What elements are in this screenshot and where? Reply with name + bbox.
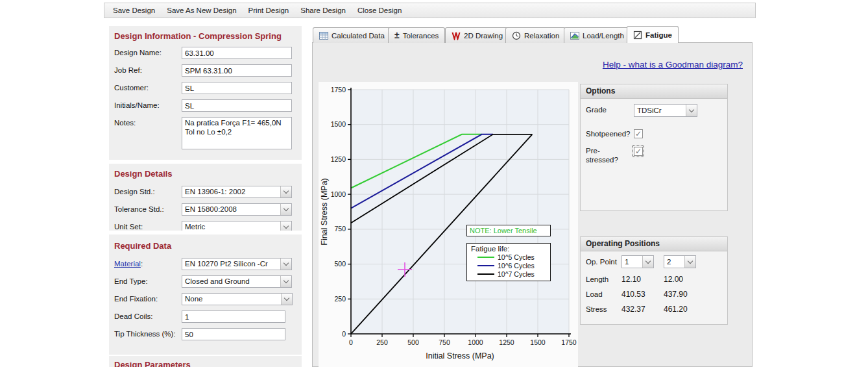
chevron-down-icon[interactable] bbox=[280, 276, 291, 287]
svg-text:750: 750 bbox=[334, 225, 346, 233]
goodman-help-link[interactable]: Help - what is a Goodman diagram? bbox=[603, 60, 743, 70]
plus-minus-icon: ± bbox=[394, 31, 400, 40]
legend-label: 10^5 Cycles bbox=[498, 253, 535, 261]
tab-label: Relaxation bbox=[524, 32, 559, 40]
svg-text:1500: 1500 bbox=[530, 338, 546, 346]
legend-label: 10^7 Cycles bbox=[498, 270, 535, 278]
goodman-diagram-icon bbox=[633, 31, 642, 40]
chevron-down-icon[interactable] bbox=[280, 186, 291, 197]
stress-value-1: 432.37 bbox=[621, 305, 645, 314]
op-point-1-value: 1 bbox=[622, 256, 642, 268]
unit-set-value: Metric bbox=[182, 221, 280, 231]
chevron-down-icon[interactable] bbox=[642, 256, 653, 268]
notes-label: Notes: bbox=[114, 117, 182, 127]
design-name-field[interactable] bbox=[182, 47, 292, 59]
legend-entry: 10^5 Cycles bbox=[471, 253, 548, 261]
chevron-down-icon[interactable] bbox=[281, 294, 292, 305]
chevron-down-icon[interactable] bbox=[280, 221, 291, 231]
dead-coils-field[interactable] bbox=[182, 310, 285, 323]
end-type-label: End Type: bbox=[114, 275, 182, 285]
initials-name-label: Initials/Name: bbox=[114, 99, 182, 109]
stress-value-2: 461.20 bbox=[664, 305, 688, 314]
svg-text:500: 500 bbox=[407, 338, 419, 346]
customer-label: Customer: bbox=[114, 82, 182, 92]
op-point-1-select[interactable]: 1 bbox=[621, 255, 654, 268]
legend-line-swatch bbox=[477, 265, 494, 266]
svg-text:1750: 1750 bbox=[561, 338, 577, 346]
shotpeened-label: Shotpeened? bbox=[586, 130, 630, 138]
options-panel: Options Grade TDSiCr Shotpeened? ✓ Pre-s… bbox=[580, 84, 728, 211]
op-point-label: Op. Point bbox=[586, 258, 617, 266]
op-point-2-value: 2 bbox=[664, 256, 684, 268]
grade-label: Grade bbox=[586, 106, 607, 114]
save-design-button[interactable]: Save Design bbox=[107, 3, 161, 18]
tab-fatigue[interactable]: Fatigue bbox=[627, 26, 679, 43]
tab-calculated-data[interactable]: Calculated Data bbox=[313, 27, 391, 43]
chevron-down-icon[interactable] bbox=[280, 259, 291, 270]
initials-name-field[interactable] bbox=[182, 99, 292, 112]
svg-text:1750: 1750 bbox=[331, 86, 346, 94]
length-value-1: 12.10 bbox=[621, 275, 641, 284]
design-std-select[interactable]: EN 13906-1: 2002 bbox=[182, 186, 292, 198]
design-std-value: EN 13906-1: 2002 bbox=[182, 186, 280, 197]
fatigue-tab-panel: Help - what is a Goodman diagram? 025050… bbox=[312, 42, 753, 367]
legend-label: 10^6 Cycles bbox=[498, 262, 535, 270]
svg-text:1250: 1250 bbox=[331, 155, 346, 163]
length-value-2: 12.00 bbox=[664, 275, 683, 284]
tip-thickness-label: Tip Thickness (%): bbox=[114, 328, 182, 338]
svg-text:Final Stress (MPa): Final Stress (MPa) bbox=[320, 178, 329, 246]
unit-set-select[interactable]: Metric bbox=[182, 221, 292, 231]
unit-set-label: Unit Set: bbox=[114, 221, 182, 231]
svg-text:1500: 1500 bbox=[331, 120, 346, 128]
chart-icon bbox=[570, 31, 579, 40]
load-value-2: 437.90 bbox=[664, 290, 688, 299]
close-design-button[interactable]: Close Design bbox=[352, 3, 407, 18]
job-ref-field[interactable] bbox=[182, 64, 292, 77]
tab-label: 2D Drawing bbox=[464, 32, 503, 40]
operating-positions-header: Operating Positions bbox=[581, 237, 727, 251]
prestressed-checkbox[interactable]: ✓ bbox=[634, 147, 643, 156]
tab-tolerances[interactable]: ± Tolerances bbox=[388, 27, 445, 43]
tab-label: Calculated Data bbox=[332, 32, 385, 40]
legend-title: Fatigue life: bbox=[471, 245, 548, 253]
svg-text:250: 250 bbox=[334, 295, 346, 303]
design-parameters-section: Design Parameters bbox=[109, 356, 302, 367]
material-link[interactable]: Material bbox=[114, 260, 141, 268]
end-type-select[interactable]: Closed and Ground bbox=[182, 275, 292, 288]
end-fixation-label: End Fixation: bbox=[114, 293, 182, 303]
legend-line-swatch bbox=[477, 257, 494, 258]
notes-field[interactable]: Na pratica Força F1= 465,0N Tol no Lo ±0… bbox=[182, 117, 292, 149]
design-std-label: Design Std.: bbox=[114, 186, 182, 196]
end-type-value: Closed and Ground bbox=[182, 276, 280, 287]
tolerance-std-select[interactable]: EN 15800:2008 bbox=[182, 203, 292, 216]
operating-positions-panel: Operating Positions Op. Point 1 2 Length… bbox=[580, 236, 728, 325]
end-fixation-value: None bbox=[182, 294, 281, 305]
legend-entry: 10^6 Cycles bbox=[471, 261, 548, 270]
tab-2d-drawing[interactable]: 2D Drawing bbox=[445, 27, 509, 43]
table-icon bbox=[319, 31, 328, 40]
chevron-down-icon[interactable] bbox=[280, 204, 291, 215]
tab-label: Load/Length bbox=[583, 32, 624, 40]
chevron-down-icon[interactable] bbox=[686, 105, 697, 116]
grade-value: TDSiCr bbox=[634, 105, 686, 116]
grade-select[interactable]: TDSiCr bbox=[634, 104, 697, 117]
svg-text:1250: 1250 bbox=[499, 338, 514, 346]
design-information-section: Design Information - Compression Spring … bbox=[109, 26, 302, 160]
chevron-down-icon[interactable] bbox=[684, 256, 695, 268]
design-name-label: Design Name: bbox=[114, 47, 182, 57]
material-select[interactable]: EN 10270 Pt2 Silicon -Cr bbox=[182, 258, 292, 270]
share-design-button[interactable]: Share Design bbox=[295, 3, 352, 18]
print-design-button[interactable]: Print Design bbox=[243, 3, 295, 18]
tip-thickness-field[interactable] bbox=[182, 328, 285, 340]
end-fixation-select[interactable]: None bbox=[182, 293, 293, 305]
tab-load-length[interactable]: Load/Length bbox=[564, 27, 631, 43]
customer-field[interactable] bbox=[182, 82, 292, 94]
save-as-new-design-button[interactable]: Save As New Design bbox=[161, 3, 242, 18]
tab-relaxation[interactable]: Relaxation bbox=[505, 27, 566, 43]
stress-label: Stress bbox=[586, 305, 607, 313]
svg-text:250: 250 bbox=[376, 338, 388, 346]
op-point-2-select[interactable]: 2 bbox=[664, 255, 696, 268]
shotpeened-checkbox[interactable]: ✓ bbox=[634, 129, 643, 138]
options-panel-header: Options bbox=[581, 84, 727, 99]
section-title-required-data: Required Data bbox=[109, 234, 302, 255]
